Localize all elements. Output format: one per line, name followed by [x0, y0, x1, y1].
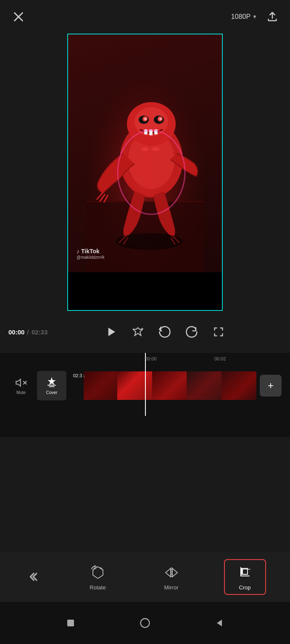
back-nav-icon — [28, 570, 42, 584]
svg-marker-27 — [108, 328, 115, 336]
mirror-tool[interactable]: Mirror — [150, 563, 192, 591]
video-content: ♪ TikTok @makiiddzm4t — [68, 34, 222, 310]
resolution-chevron: ▼ — [252, 14, 257, 20]
filmstrip-frame-3 — [152, 371, 187, 400]
rotate-label: Rotate — [90, 584, 105, 591]
cover-icon — [46, 377, 58, 389]
crop-tool[interactable]: Crop — [224, 559, 266, 595]
export-icon — [266, 11, 278, 23]
home-nav-button[interactable] — [137, 615, 153, 631]
redo-button[interactable] — [184, 324, 199, 339]
time-display: 00:00 / 02:33 — [8, 329, 47, 336]
back-system-icon — [214, 618, 224, 628]
stop-nav-icon — [66, 618, 76, 628]
rotate-icon — [90, 564, 106, 581]
svg-marker-35 — [217, 620, 222, 626]
rotate-tool[interactable]: Rotate — [77, 563, 119, 591]
filmstrip-frame-2 — [117, 371, 152, 400]
svg-text:-: - — [23, 386, 24, 388]
back-system-button[interactable] — [211, 615, 228, 631]
playback-buttons: + — [47, 324, 282, 339]
ruler-mark-2: 00:02 — [214, 356, 226, 361]
undo-button[interactable] — [157, 324, 172, 339]
top-bar: 1080P ▼ — [0, 0, 290, 34]
rotate-icon-container — [89, 563, 107, 582]
top-right-controls: 1080P ▼ — [231, 9, 280, 24]
resolution-label: 1080P — [231, 13, 250, 21]
undo-icon — [158, 326, 171, 338]
mute-icon: - — [15, 377, 27, 389]
fullscreen-button[interactable] — [211, 324, 226, 339]
tiktok-watermark: ♪ TikTok @makiiddzm4t — [76, 248, 104, 260]
playhead — [145, 353, 146, 416]
home-nav-icon — [139, 617, 151, 629]
tiktok-handle: @makiiddzm4t — [76, 255, 104, 260]
play-icon — [105, 326, 117, 338]
mute-label: Mute — [16, 390, 26, 395]
crop-label: Crop — [239, 584, 250, 591]
fullscreen-icon — [213, 326, 224, 338]
video-filmstrip[interactable]: 02:31 — [70, 371, 256, 400]
filmstrip-frame-1 — [82, 371, 117, 400]
time-separator: / — [27, 329, 29, 336]
video-preview: ♪ TikTok @makiiddzm4t — [67, 34, 223, 311]
close-button[interactable] — [10, 8, 27, 25]
bottom-toolbar: Rotate Mirror Cr — [0, 552, 290, 602]
ruler-mark-0: 00:00 — [145, 356, 157, 361]
mute-control[interactable]: - Mute — [8, 377, 34, 395]
tiktok-icon: ♪ — [76, 248, 79, 255]
svg-point-13 — [144, 118, 147, 120]
letterbox-bottom — [68, 272, 222, 310]
close-icon — [13, 11, 24, 23]
mirror-icon — [163, 564, 180, 581]
play-button[interactable] — [103, 324, 119, 339]
tiktok-brand: TikTok — [81, 248, 100, 255]
cover-label: Cover — [46, 390, 58, 395]
add-clip-icon: + — [268, 380, 274, 392]
svg-point-26 — [116, 233, 183, 250]
svg-point-34 — [140, 619, 149, 628]
keyframe-icon: + — [132, 326, 144, 338]
current-time: 00:00 — [8, 329, 24, 336]
svg-text:+: + — [141, 326, 143, 331]
add-clip-button[interactable]: + — [260, 375, 282, 397]
filmstrip-frame-5 — [221, 371, 256, 400]
mirror-label: Mirror — [164, 584, 179, 591]
back-nav-button[interactable] — [24, 566, 45, 587]
crop-icon — [237, 564, 253, 581]
filmstrip-frame-4 — [187, 371, 221, 400]
monster-illustration — [86, 76, 204, 277]
playback-controls: 00:00 / 02:33 + — [0, 319, 290, 344]
mirror-icon-container — [162, 563, 181, 582]
crop-icon-container — [236, 563, 254, 582]
svg-point-14 — [159, 118, 162, 120]
keyframe-button[interactable]: + — [130, 324, 145, 339]
export-button[interactable] — [265, 9, 280, 24]
resolution-button[interactable]: 1080P ▼ — [231, 13, 257, 21]
redo-icon — [185, 326, 198, 338]
total-time: 02:33 — [32, 329, 47, 336]
cover-control[interactable]: Cover — [37, 371, 66, 400]
stop-nav-button[interactable] — [62, 615, 79, 631]
tiktok-logo: ♪ TikTok — [76, 248, 104, 255]
timeline-area: 00:00 00:02 - Mute Cover 02:3 — [0, 353, 290, 437]
svg-rect-33 — [67, 620, 74, 626]
system-nav-bar — [0, 602, 290, 644]
